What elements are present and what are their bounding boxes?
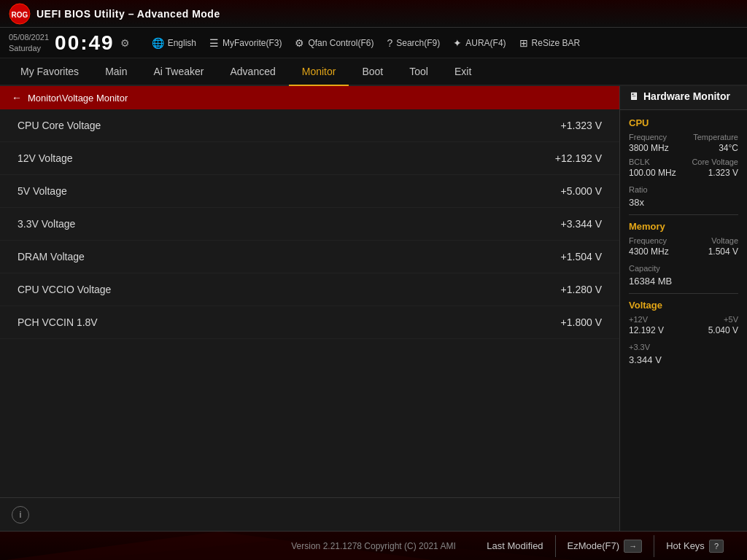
hw-volt-12-5-value-row: 12.192 V 5.040 V — [629, 325, 738, 335]
voltage-vccio-value: +1.280 V — [561, 284, 602, 295]
info-icon[interactable]: i — [12, 506, 29, 524]
rog-logo: ROG — [9, 3, 31, 25]
hot-keys-label: Hot Keys — [666, 540, 705, 551]
qfan-control-action[interactable]: ⚙ Qfan Control(F6) — [295, 37, 374, 49]
hw-mem-labels-row: Frequency Voltage — [629, 236, 738, 245]
list-item[interactable]: CPU Core Voltage +1.323 V — [0, 109, 619, 142]
nav-bar: My Favorites Main Ai Tweaker Advanced Mo… — [0, 58, 747, 86]
my-favorite-action[interactable]: ☰ MyFavorite(F3) — [209, 37, 282, 49]
resize-icon: ⊞ — [519, 37, 528, 49]
nav-main[interactable]: Main — [92, 58, 140, 86]
hw-voltage-section-title: Voltage — [629, 300, 738, 311]
voltage-33v-label: 3.3V Voltage — [18, 218, 75, 230]
hot-keys-action[interactable]: Hot Keys ? — [654, 535, 735, 557]
hw-core-voltage-label: Core Voltage — [692, 158, 738, 166]
ez-mode-action[interactable]: EzMode(F7) → — [555, 535, 654, 557]
hardware-monitor-panel: 🖥 Hardware Monitor CPU Frequency Tempera… — [619, 86, 747, 531]
favorite-icon: ☰ — [209, 37, 219, 49]
hw-5v-label: +5V — [724, 315, 738, 324]
hw-33v-value: 3.344 V — [629, 353, 738, 366]
voltage-33v-value: +3.344 V — [561, 218, 602, 230]
breadcrumb: ← Monitor\Voltage Monitor — [0, 86, 619, 109]
hw-bclk-label: BCLK — [629, 158, 650, 166]
hw-33v-label: +3.3V — [629, 340, 738, 353]
date-info: 05/08/2021 Saturday — [9, 32, 49, 53]
search-label: Search(F9) — [396, 38, 440, 48]
monitor-icon: 🖥 — [629, 90, 639, 102]
timebar: 05/08/2021 Saturday 00:49 ⚙ 🌐 English ☰ … — [0, 28, 747, 58]
list-item[interactable]: CPU VCCIO Voltage +1.280 V — [0, 273, 619, 306]
voltage-cpu-core-value: +1.323 V — [561, 120, 602, 131]
voltage-cpu-core-label: CPU Core Voltage — [18, 120, 101, 131]
resize-label: ReSize BAR — [532, 38, 581, 48]
list-item[interactable]: 3.3V Voltage +3.344 V — [0, 208, 619, 241]
voltage-5v-label: 5V Voltage — [18, 185, 67, 197]
hw-monitor-title: 🖥 Hardware Monitor — [620, 86, 747, 110]
app-title: UEFI BIOS Utility – Advanced Mode — [36, 8, 220, 20]
hw-volt-12-5-label-row: +12V +5V — [629, 315, 738, 324]
voltage-pch-label: PCH VCCIN 1.8V — [18, 316, 98, 328]
nav-ai-tweaker[interactable]: Ai Tweaker — [140, 58, 217, 86]
voltage-dram-label: DRAM Voltage — [18, 251, 85, 262]
settings-gear-icon[interactable]: ⚙ — [120, 37, 130, 49]
date-time-area: 05/08/2021 Saturday 00:49 ⚙ — [9, 31, 130, 55]
voltage-12v-label: 12V Voltage — [18, 152, 73, 164]
resize-bar-action[interactable]: ⊞ ReSize BAR — [519, 37, 581, 49]
breadcrumb-path: Monitor\Voltage Monitor — [28, 93, 128, 104]
time-display: 00:49 — [55, 31, 115, 55]
nav-advanced[interactable]: Advanced — [217, 58, 288, 86]
footer-actions: Last Modified EzMode(F7) → Hot Keys ? — [475, 535, 735, 557]
nav-my-favorites[interactable]: My Favorites — [7, 58, 92, 86]
breadcrumb-back-icon[interactable]: ← — [12, 92, 22, 104]
hw-mem-voltage-value: 1.504 V — [708, 246, 738, 257]
hw-divider-2 — [629, 293, 738, 294]
header: ROG UEFI BIOS Utility – Advanced Mode — [0, 0, 747, 28]
date-display: 05/08/2021 — [9, 32, 49, 42]
hw-monitor-title-text: Hardware Monitor — [643, 90, 730, 102]
aura-action[interactable]: ✦ AURA(F4) — [453, 37, 506, 49]
list-item[interactable]: PCH VCCIN 1.8V +1.800 V — [0, 306, 619, 339]
hw-12v-label: +12V — [629, 315, 648, 324]
nav-tool[interactable]: Tool — [396, 58, 441, 86]
hw-core-voltage-value: 1.323 V — [708, 168, 738, 178]
hw-12v-value: 12.192 V — [629, 325, 664, 335]
hw-mem-freq-value: 4300 MHz — [629, 246, 669, 257]
nav-exit[interactable]: Exit — [441, 58, 484, 86]
hw-cpu-freq-value-row: 3800 MHz 34°C — [629, 143, 738, 153]
hw-freq-label: Frequency — [629, 133, 667, 141]
nav-monitor[interactable]: Monitor — [289, 58, 349, 86]
hw-temp-value: 34°C — [719, 143, 738, 153]
hw-bclk-label-row: BCLK Core Voltage — [629, 158, 738, 166]
voltage-5v-value: +5.000 V — [561, 185, 602, 197]
voltage-list: CPU Core Voltage +1.323 V 12V Voltage +1… — [0, 109, 619, 339]
hw-cpu-section-title: CPU — [629, 117, 738, 128]
hw-temp-label: Temperature — [693, 133, 738, 141]
timebar-actions: 🌐 English ☰ MyFavorite(F3) ⚙ Qfan Contro… — [152, 37, 581, 49]
hw-mem-freq-label: Frequency — [629, 236, 667, 245]
hw-cpu-freq-row: Frequency Temperature — [629, 133, 738, 141]
list-item[interactable]: DRAM Voltage +1.504 V — [0, 241, 619, 273]
hw-divider-1 — [629, 214, 738, 215]
left-panel: ← Monitor\Voltage Monitor CPU Core Volta… — [0, 86, 619, 531]
hw-ratio-value: 38x — [629, 195, 738, 209]
list-item[interactable]: 12V Voltage +12.192 V — [0, 142, 619, 175]
fan-icon: ⚙ — [295, 37, 304, 49]
hw-ratio-label: Ratio — [629, 182, 738, 195]
footer: Version 2.21.1278 Copyright (C) 2021 AMI… — [0, 531, 747, 560]
info-bar: i — [0, 497, 619, 531]
list-item[interactable]: 5V Voltage +5.000 V — [0, 175, 619, 208]
hw-bclk-value: 100.00 MHz — [629, 168, 676, 178]
hw-mem-cap-label: Capacity — [629, 261, 738, 274]
voltage-list-container: CPU Core Voltage +1.323 V 12V Voltage +1… — [0, 109, 619, 497]
language-label: English — [168, 38, 196, 48]
voltage-pch-value: +1.800 V — [561, 316, 602, 328]
search-icon: ? — [387, 37, 392, 49]
globe-icon: 🌐 — [152, 37, 164, 49]
language-selector[interactable]: 🌐 English — [152, 37, 196, 49]
hot-keys-icon: ? — [709, 540, 724, 553]
hw-memory-section-title: Memory — [629, 221, 738, 232]
ez-mode-icon: → — [624, 540, 642, 553]
search-action[interactable]: ? Search(F9) — [387, 37, 440, 49]
last-modified-action[interactable]: Last Modified — [475, 536, 554, 556]
nav-boot[interactable]: Boot — [349, 58, 396, 86]
